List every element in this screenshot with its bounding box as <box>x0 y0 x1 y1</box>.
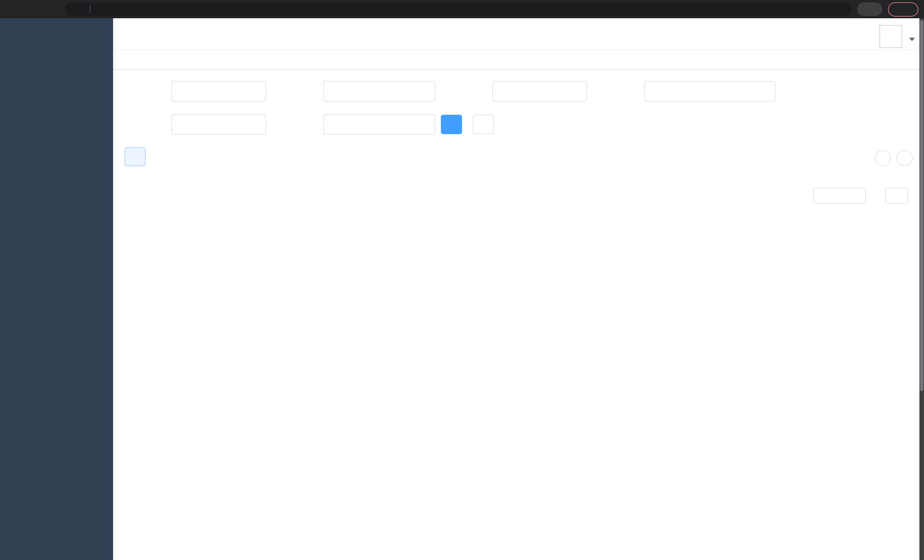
password-key-icon[interactable] <box>822 4 832 14</box>
caret-down-icon[interactable] <box>909 37 915 41</box>
browser-menu-icon[interactable] <box>900 2 914 16</box>
process-name-field <box>171 81 266 102</box>
status-select-input[interactable] <box>178 120 256 129</box>
scrollbar-thumb[interactable] <box>920 20 923 391</box>
page-size-select[interactable] <box>813 188 866 204</box>
logo[interactable] <box>0 18 113 51</box>
reset-button[interactable] <box>473 115 494 134</box>
back-icon[interactable] <box>6 2 20 16</box>
forward-icon[interactable] <box>20 2 33 16</box>
not-secure-icon[interactable] <box>71 4 81 14</box>
incognito-icon <box>859 2 873 16</box>
category-select[interactable] <box>492 81 587 102</box>
refresh-table-button[interactable] <box>897 150 913 166</box>
incognito-badge <box>857 2 882 16</box>
browser-toolbar <box>0 0 924 18</box>
home-icon[interactable] <box>47 2 60 16</box>
tags-view <box>113 50 924 70</box>
url-bar[interactable] <box>65 2 852 16</box>
window-scrollbar[interactable] <box>920 18 924 560</box>
navbar <box>113 18 924 50</box>
process-id-field <box>323 81 435 102</box>
pagination <box>124 188 913 204</box>
date-range-picker[interactable] <box>644 81 776 102</box>
process-name-input[interactable] <box>178 87 259 96</box>
reload-icon[interactable] <box>33 2 47 16</box>
status-select[interactable] <box>171 114 266 135</box>
avatar[interactable] <box>879 25 902 48</box>
result-select[interactable] <box>323 114 435 135</box>
create-process-button[interactable] <box>124 147 146 166</box>
result-select-input[interactable] <box>330 120 425 129</box>
screen <box>0 0 924 560</box>
sidebar <box>0 18 113 560</box>
divider <box>90 5 90 13</box>
category-select-input[interactable] <box>499 87 577 96</box>
toggle-search-button[interactable] <box>875 150 891 166</box>
browser-update-button[interactable] <box>888 2 918 16</box>
goto-page-input[interactable] <box>885 188 908 204</box>
bookmark-star-icon[interactable] <box>836 4 846 14</box>
search-button[interactable] <box>441 115 462 134</box>
process-id-input[interactable] <box>330 87 428 96</box>
content <box>113 70 924 560</box>
